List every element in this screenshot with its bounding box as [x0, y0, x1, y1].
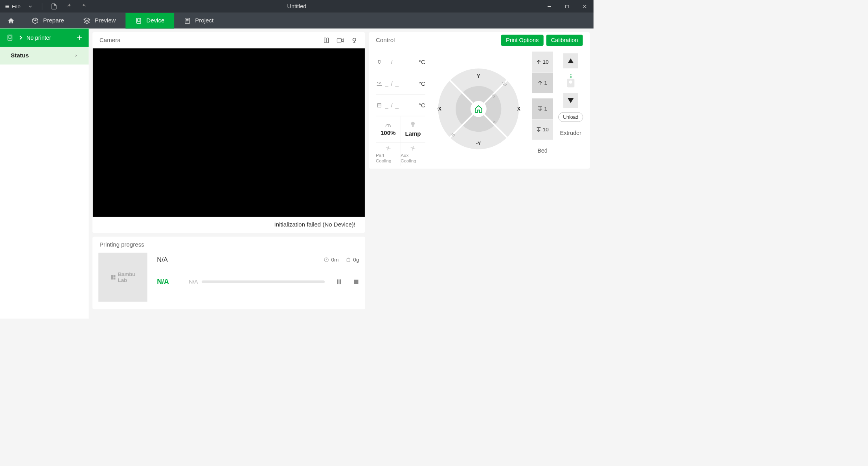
bed-down-10[interactable]: 10: [532, 120, 553, 140]
tab-prepare-label: Prepare: [43, 17, 64, 24]
tab-prepare[interactable]: Prepare: [22, 13, 74, 29]
tab-preview[interactable]: Preview: [74, 13, 125, 29]
extruder-column: Unload Extruder: [559, 52, 583, 166]
print-options-button[interactable]: Print Options: [501, 35, 544, 46]
clock-icon: [324, 257, 329, 263]
home-icon: [7, 17, 15, 24]
new-file-button[interactable]: [50, 3, 58, 10]
calibration-button[interactable]: Calibration: [546, 35, 583, 46]
chamber-temp-row[interactable]: _ / _ °C: [376, 95, 425, 116]
tab-device-label: Device: [146, 17, 164, 24]
temperatures-column: _ / _ °C _ / _ °C _ / _ °C: [376, 52, 425, 166]
bed-z-column: 10 1 1 10 Bed: [532, 52, 554, 166]
svg-rect-32: [377, 103, 381, 107]
chevron-right-icon: [74, 54, 78, 58]
svg-marker-45: [568, 98, 574, 103]
fan-icon: [385, 145, 391, 151]
svg-rect-17: [327, 38, 329, 42]
chevron-right-icon: [17, 34, 24, 41]
svg-point-37: [412, 147, 414, 149]
camera-view: [93, 48, 365, 217]
triangle-up-icon: [567, 58, 574, 64]
progress-title: Printing progress: [92, 237, 365, 253]
unload-button[interactable]: Unload: [559, 112, 583, 122]
printer-icon: [6, 34, 13, 41]
camera-status-message: Initialization failed (No Device)!: [92, 217, 365, 233]
add-printer-button[interactable]: +: [77, 32, 82, 43]
svg-marker-19: [342, 39, 344, 42]
tab-home[interactable]: [0, 13, 22, 29]
home-icon: [474, 105, 483, 113]
gauge-icon: [385, 122, 391, 127]
tab-project-label: Project: [195, 17, 213, 24]
cube-icon: [32, 17, 39, 24]
svg-marker-7: [84, 18, 90, 20]
aux-cooling-button[interactable]: Aux Cooling: [401, 143, 425, 166]
progress-percent: N/A: [157, 278, 178, 286]
weight-icon: [346, 257, 351, 263]
print-thumbnail: BambuLab: [98, 253, 147, 302]
triangle-down-icon: [567, 98, 574, 103]
nozzle-icon: [377, 59, 382, 65]
tab-project[interactable]: Project: [174, 13, 223, 29]
camera-title: Camera: [99, 37, 323, 44]
device-icon: [135, 17, 142, 24]
svg-rect-24: [114, 275, 116, 277]
tab-device[interactable]: Device: [125, 13, 174, 29]
printing-progress-panel: Printing progress BambuLab N/A: [92, 237, 365, 309]
svg-rect-18: [337, 39, 341, 42]
window-close[interactable]: [576, 0, 594, 13]
titlebar: File Untitled: [0, 0, 594, 13]
nozzle-temp-row[interactable]: _ / _ °C: [376, 52, 425, 73]
fan-icon: [410, 145, 416, 151]
sidebar-item-status[interactable]: Status: [0, 47, 89, 64]
svg-rect-28: [337, 279, 338, 284]
elapsed-time: 0m: [324, 257, 338, 263]
xy-jog-control[interactable]: Y -Y X -X +10 +1 -1 -10: [430, 52, 526, 166]
svg-rect-25: [114, 278, 116, 280]
window-maximize[interactable]: [558, 0, 576, 13]
svg-rect-15: [9, 36, 11, 38]
hamburger-icon: [5, 4, 9, 9]
record-button[interactable]: [337, 37, 344, 44]
home-xy-button[interactable]: [471, 101, 487, 117]
bambu-logo-icon: [110, 274, 116, 280]
document-title: Untitled: [287, 3, 307, 9]
svg-marker-44: [568, 58, 574, 63]
window-minimize[interactable]: [540, 0, 558, 13]
bed-up-10[interactable]: 10: [532, 52, 553, 72]
bed-down-1[interactable]: 1: [532, 98, 553, 119]
undo-button[interactable]: [65, 3, 73, 10]
extruder-retract[interactable]: [563, 53, 578, 68]
svg-point-20: [353, 38, 356, 41]
extruder-extrude[interactable]: [563, 93, 578, 108]
svg-rect-9: [138, 19, 140, 21]
file-menu[interactable]: File: [0, 0, 38, 13]
sidebar: No printer + Status: [0, 28, 89, 319]
file-menu-label: File: [12, 4, 20, 10]
sdcard-button[interactable]: [323, 37, 330, 44]
status-label: Status: [11, 52, 74, 59]
bulb-icon: [410, 121, 416, 128]
svg-line-34: [388, 125, 389, 127]
bed-temp-row[interactable]: _ / _ °C: [376, 73, 425, 95]
extruder-graphic: [566, 73, 575, 89]
progress-layers: N/A: [183, 278, 198, 285]
layers-icon: [83, 17, 90, 24]
part-cooling-button[interactable]: Part Cooling: [376, 143, 401, 166]
redo-button[interactable]: [81, 3, 88, 10]
job-name: N/A: [157, 256, 324, 263]
pause-button[interactable]: [336, 279, 342, 285]
lamp-button[interactable]: Lamp: [401, 116, 425, 142]
camera-settings-button[interactable]: [351, 37, 358, 44]
project-icon: [184, 17, 191, 24]
progress-bar: [202, 280, 325, 283]
camera-panel: Camera Initialization failed (No Device)…: [92, 32, 365, 233]
filament-weight: 0g: [346, 257, 359, 263]
heatbed-icon: [376, 81, 382, 87]
speed-button[interactable]: 100%: [376, 116, 401, 142]
stop-button[interactable]: [353, 279, 359, 285]
bed-up-1[interactable]: 1: [532, 73, 553, 94]
control-title: Control: [376, 37, 498, 44]
printer-selector[interactable]: No printer +: [0, 28, 89, 46]
